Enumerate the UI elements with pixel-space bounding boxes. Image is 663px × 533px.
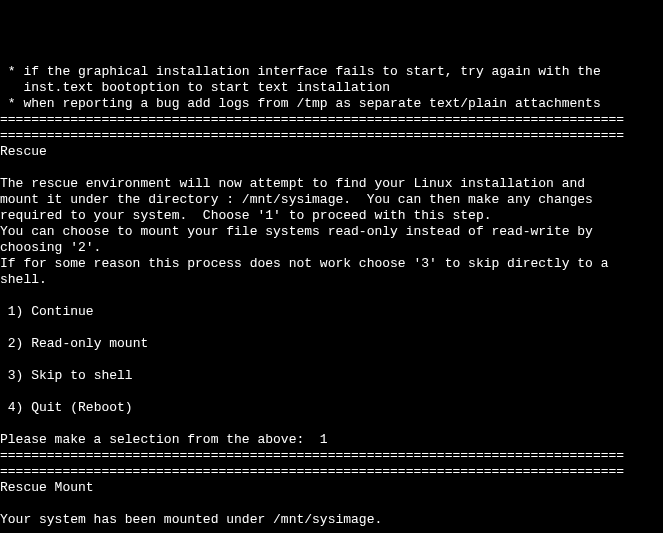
terminal[interactable]: * if the graphical installation interfac… [0,64,663,533]
